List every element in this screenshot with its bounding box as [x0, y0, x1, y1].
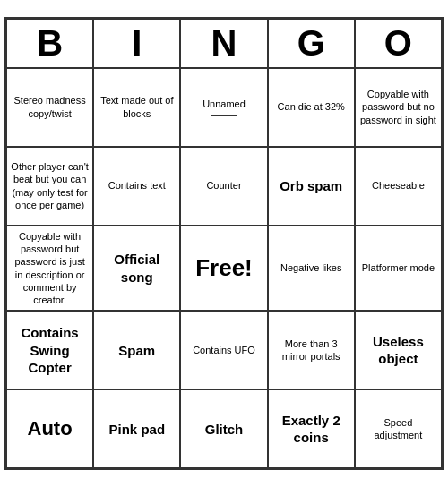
- bingo-cell: Contains UFO: [180, 311, 267, 389]
- bingo-grid: Stereo madness copy/twistText made out o…: [6, 68, 442, 469]
- cell-text: Cheeseable: [372, 179, 425, 192]
- bingo-cell: Text made out of blocks: [93, 68, 180, 147]
- cell-text: Copyable with password but no password i…: [359, 88, 437, 126]
- bingo-cell: Speed adjustment: [355, 389, 442, 468]
- bingo-cell: Free!: [180, 226, 267, 312]
- bingo-cell: Contains text: [93, 147, 180, 226]
- cell-text: Contains UFO: [193, 344, 255, 356]
- cell-text: Exactly 2 coins: [272, 412, 350, 447]
- bingo-cell: Can die at 32%: [268, 68, 355, 147]
- cell-text: Platformer mode: [362, 261, 435, 274]
- header-letter: G: [268, 19, 355, 68]
- bingo-cell: Other player can't beat but you can (may…: [6, 147, 93, 226]
- cell-text: Auto: [28, 416, 73, 442]
- cell-text: Orb spam: [280, 177, 342, 195]
- bingo-cell: Spam: [93, 311, 180, 389]
- cell-text: Speed adjustment: [359, 416, 437, 442]
- cell-text: Text made out of blocks: [98, 94, 176, 120]
- bingo-cell: Unnamed: [180, 68, 267, 147]
- bingo-cell: Contains Swing Copter: [6, 311, 93, 389]
- bingo-cell: Exactly 2 coins: [268, 389, 355, 468]
- cell-text: Useless object: [359, 333, 437, 368]
- bingo-cell: More than 3 mirror portals: [268, 311, 355, 389]
- bingo-cell: Useless object: [355, 311, 442, 389]
- cell-text: Stereo madness copy/twist: [11, 94, 89, 120]
- bingo-cell: Cheeseable: [355, 147, 442, 226]
- cell-text: Spam: [118, 342, 155, 360]
- bingo-cell: Stereo madness copy/twist: [6, 68, 93, 147]
- cell-text: Official song: [98, 251, 176, 286]
- bingo-cell: Official song: [93, 226, 180, 312]
- header-letter: I: [93, 19, 180, 68]
- cell-text: Glitch: [205, 421, 244, 439]
- cell-text: Pink pad: [109, 421, 166, 439]
- cell-dash: [211, 115, 237, 116]
- bingo-cell: Glitch: [180, 389, 267, 468]
- header-letter: N: [180, 19, 267, 68]
- cell-text: Free!: [195, 253, 253, 284]
- cell-text: Contains Swing Copter: [11, 324, 89, 377]
- cell-text: Contains text: [108, 179, 166, 192]
- bingo-header: BINGO: [6, 19, 442, 68]
- bingo-cell: Auto: [6, 389, 93, 468]
- cell-text: Negative likes: [280, 261, 341, 274]
- bingo-cell: Counter: [180, 147, 267, 226]
- bingo-cell: Orb spam: [268, 147, 355, 226]
- bingo-cell: Pink pad: [93, 389, 180, 468]
- cell-text: More than 3 mirror portals: [272, 337, 350, 363]
- bingo-card: BINGO Stereo madness copy/twistText made…: [4, 17, 444, 471]
- cell-text: Counter: [206, 179, 241, 192]
- header-letter: B: [6, 19, 93, 68]
- bingo-cell: Negative likes: [268, 226, 355, 312]
- bingo-cell: Copyable with password but password is j…: [6, 226, 93, 312]
- cell-text: Copyable with password but password is j…: [11, 230, 89, 307]
- cell-text: Unnamed: [202, 98, 246, 110]
- cell-text: Can die at 32%: [278, 100, 345, 113]
- bingo-cell: Platformer mode: [355, 226, 442, 312]
- bingo-cell: Copyable with password but no password i…: [355, 68, 442, 147]
- cell-text: Other player can't beat but you can (may…: [11, 160, 89, 211]
- header-letter: O: [355, 19, 442, 68]
